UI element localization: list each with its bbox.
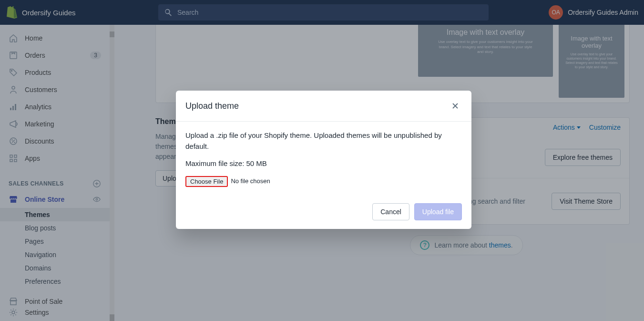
close-icon[interactable] — [449, 99, 462, 113]
upload-theme-modal: Upload theme Upload a .zip file of your … — [176, 91, 471, 229]
cancel-button[interactable]: Cancel — [372, 203, 409, 220]
modal-title: Upload theme — [185, 101, 239, 111]
modal-footer: Cancel Upload file — [176, 197, 471, 229]
modal-body-1: Upload a .zip file of your Shopify theme… — [185, 130, 462, 152]
choose-file-button[interactable]: Choose File — [185, 176, 228, 187]
modal-header: Upload theme — [176, 91, 471, 122]
upload-file-button[interactable]: Upload file — [414, 203, 462, 220]
file-status: No file chosen — [231, 176, 270, 186]
file-input-row: Choose File No file chosen — [185, 176, 462, 187]
modal-body-2: Maximum file size: 50 MB — [185, 158, 462, 169]
modal-body: Upload a .zip file of your Shopify theme… — [176, 122, 471, 197]
